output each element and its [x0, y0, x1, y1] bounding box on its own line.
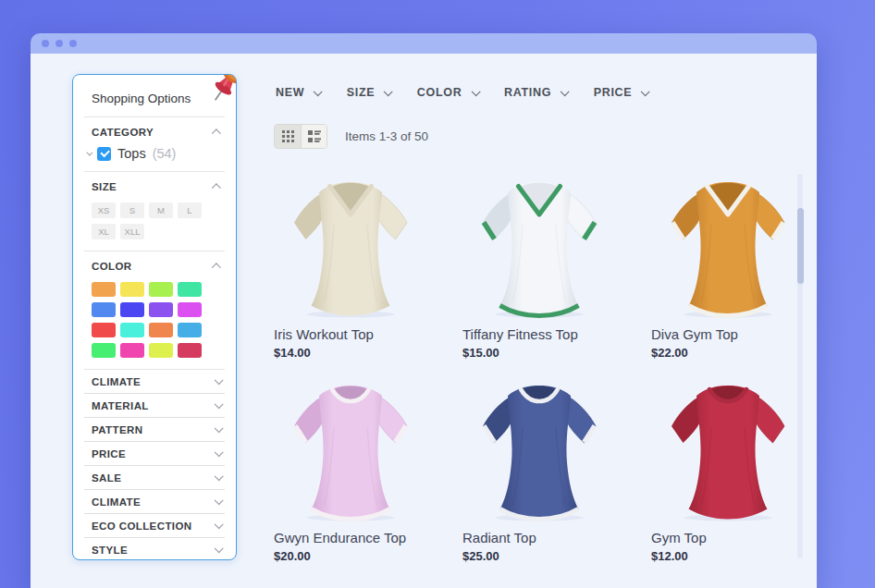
color-swatch-5[interactable]: [92, 302, 116, 317]
items-count: Items 1-3 of 50: [345, 129, 428, 143]
product-title[interactable]: Radiant Top: [462, 530, 640, 545]
product-image[interactable]: [654, 370, 802, 522]
section-header-color[interactable]: COLOR: [84, 251, 225, 280]
section-label: PATTERN: [92, 424, 142, 435]
product-image[interactable]: [465, 166, 613, 319]
section-label: CLIMATE: [92, 496, 141, 508]
chevron-down-icon: [641, 87, 649, 95]
scrollbar-thumb[interactable]: [797, 208, 804, 284]
filter-dropdown-new[interactable]: NEW: [276, 86, 320, 99]
scrollbar-track[interactable]: [797, 174, 803, 558]
color-swatch-3[interactable]: [149, 282, 173, 297]
section-label: COLOR: [92, 261, 132, 272]
product-image[interactable]: [654, 166, 802, 319]
color-swatches: [84, 280, 206, 369]
section-header-eco-collection[interactable]: ECO COLLECTION: [84, 514, 225, 538]
section-header-pattern[interactable]: PATTERN: [84, 418, 225, 442]
size-option-xl[interactable]: XL: [92, 224, 116, 239]
section-label: CLIMATE: [92, 376, 141, 387]
chevron-up-icon: [212, 263, 220, 272]
chevron-down-icon: [384, 87, 392, 95]
product-title[interactable]: Gym Top: [651, 530, 817, 545]
product-title[interactable]: Tiffany Fitness Top: [462, 326, 640, 342]
window-dot-2[interactable]: [55, 40, 63, 47]
section-header-climate[interactable]: CLIMATE: [84, 490, 225, 514]
chevron-down-icon: [215, 423, 223, 432]
chevron-down-icon: [314, 87, 322, 95]
color-swatch-7[interactable]: [149, 302, 173, 317]
size-option-xll[interactable]: XLL: [120, 224, 144, 239]
chevron-down-icon: [215, 472, 223, 480]
pushpin-icon: [203, 74, 237, 107]
color-swatch-10[interactable]: [120, 323, 144, 337]
product-title[interactable]: Gwyn Endurance Top: [274, 530, 451, 545]
chevron-down-icon: [472, 87, 480, 95]
collapsed-sections: CLIMATEMATERIALPATTERNPRICESALECLIMATEEC…: [84, 369, 225, 560]
chevron-down-icon: [215, 399, 223, 408]
product-title[interactable]: Iris Workout Top: [274, 326, 451, 342]
color-swatch-14[interactable]: [120, 343, 144, 358]
window-dot-1[interactable]: [42, 40, 49, 47]
color-swatch-4[interactable]: [178, 282, 202, 297]
product-card: Diva Gym Top$22.00: [651, 166, 817, 360]
chevron-down-icon: [561, 87, 569, 95]
filter-dropdown-rating[interactable]: RATING: [504, 86, 567, 99]
section-label: PRICE: [92, 448, 126, 459]
section-header-size[interactable]: SIZE: [84, 172, 225, 201]
size-options: XSSMLXLXLL: [84, 201, 204, 251]
color-swatch-12[interactable]: [178, 323, 202, 337]
product-price: $22.00: [651, 346, 817, 360]
filter-label: NEW: [276, 86, 304, 99]
chevron-up-icon: [212, 129, 220, 138]
tops-checkbox[interactable]: [97, 147, 111, 161]
filter-dropdown-color[interactable]: COLOR: [417, 86, 477, 99]
color-swatch-15[interactable]: [149, 343, 173, 358]
size-option-s[interactable]: S: [120, 202, 144, 218]
section-header-sale[interactable]: SALE: [84, 466, 225, 490]
color-swatch-6[interactable]: [120, 302, 144, 317]
filter-label: SIZE: [347, 86, 376, 99]
color-swatch-8[interactable]: [178, 302, 202, 317]
color-swatch-1[interactable]: [92, 282, 116, 297]
filter-bar: NEWSIZECOLORRATINGPRICE: [276, 86, 647, 99]
product-title[interactable]: Diva Gym Top: [651, 326, 817, 342]
section-header-style[interactable]: STYLE: [84, 538, 225, 560]
grid-view-icon: [282, 130, 294, 142]
color-swatch-13[interactable]: [92, 343, 116, 358]
section-header-price[interactable]: PRICE: [84, 442, 225, 466]
section-header-climate[interactable]: CLIMATE: [84, 370, 225, 394]
product-price: $25.00: [462, 549, 640, 563]
section-label: CATEGORY: [92, 127, 154, 138]
chevron-down-icon: [215, 496, 223, 504]
grid-view-button[interactable]: [275, 125, 301, 148]
product-card: Gwyn Endurance Top$20.00: [274, 370, 451, 563]
section-header-material[interactable]: MATERIAL: [84, 394, 225, 418]
product-image[interactable]: [277, 370, 425, 522]
product-image[interactable]: [277, 166, 425, 319]
section-label: SALE: [92, 472, 121, 484]
filter-dropdown-price[interactable]: PRICE: [594, 86, 647, 99]
color-swatch-16[interactable]: [178, 343, 202, 358]
product-image[interactable]: [465, 370, 613, 522]
size-option-xs[interactable]: XS: [92, 202, 116, 218]
size-option-l[interactable]: L: [178, 202, 202, 218]
color-swatch-11[interactable]: [149, 323, 173, 337]
chevron-down-icon: [215, 520, 223, 528]
category-item-label: Tops: [117, 146, 146, 161]
product-card: Radiant Top$25.00: [462, 370, 640, 563]
section-header-category[interactable]: CATEGORY: [84, 117, 225, 146]
filter-label: RATING: [504, 86, 551, 99]
list-view-button[interactable]: [301, 125, 327, 148]
size-option-m[interactable]: M: [149, 202, 173, 218]
product-price: $12.00: [651, 549, 817, 563]
color-swatch-9[interactable]: [92, 323, 116, 337]
page-body: Shopping Options CATEGORY Tops (54) SIZE…: [31, 54, 817, 588]
window-dot-3[interactable]: [69, 40, 77, 47]
chevron-down-icon: [86, 149, 92, 155]
filter-label: PRICE: [594, 86, 633, 99]
category-item-tops[interactable]: Tops (54): [84, 146, 225, 171]
color-swatch-2[interactable]: [120, 282, 144, 297]
filter-dropdown-size[interactable]: SIZE: [347, 86, 390, 99]
product-price: $15.00: [462, 346, 640, 360]
chevron-down-icon: [215, 375, 223, 384]
